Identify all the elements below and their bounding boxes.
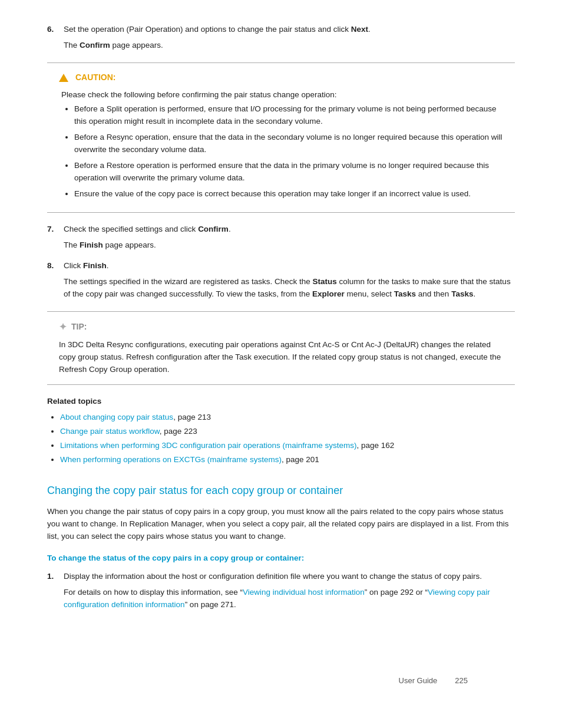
step-7-finish-bold: Finish: [80, 241, 103, 249]
proc-step-1-sub-suffix: ” on page 271.: [185, 600, 236, 609]
related-link-2-rest: , page 223: [160, 427, 197, 436]
related-topics: Related topics About changing copy pair …: [47, 396, 515, 466]
step-8-finish-bold: Finish: [83, 261, 107, 270]
footer-page: 225: [455, 675, 468, 687]
list-item: Before a Restore operation is performed …: [74, 160, 503, 185]
step-7-confirm-bold: Confirm: [198, 225, 229, 233]
caution-intro: Please check the following before confir…: [61, 89, 503, 101]
related-link-2[interactable]: Change pair status workflow: [60, 427, 160, 436]
caution-box: CAUTION: Please check the following befo…: [47, 62, 515, 213]
related-topics-title: Related topics: [47, 396, 515, 408]
step-6-block: 6. Set the operation (Pair Operation) an…: [47, 24, 515, 52]
related-topics-list: About changing copy pair status, page 21…: [47, 411, 515, 466]
page-footer: User Guide 225: [399, 675, 468, 687]
step-7-row: 7. Check the specified settings and clic…: [47, 223, 515, 236]
list-item: About changing copy pair status, page 21…: [60, 411, 515, 424]
step-6-number: 6.: [47, 24, 58, 36]
list-item: Before a Split operation is performed, e…: [74, 103, 503, 128]
step-6-sub: The Confirm page appears.: [64, 39, 515, 52]
list-item: When performing operations on EXCTGs (ma…: [60, 454, 515, 466]
caution-bullet-list: Before a Split operation is performed, e…: [61, 103, 503, 200]
list-item: Ensure the value of the copy pace is cor…: [74, 188, 503, 200]
step-8-mid3: and then: [416, 289, 451, 298]
step-8-tasks-bold1: Tasks: [394, 289, 416, 298]
step-7-block: 7. Check the specified settings and clic…: [47, 223, 515, 252]
step-8-number: 8.: [47, 260, 58, 272]
related-link-1-rest: , page 213: [173, 413, 211, 421]
step-8-text-pre: Click: [64, 261, 83, 270]
proc-step-1-row: 1. Display the information about the hos…: [47, 571, 515, 583]
list-item: Before a Resync operation, ensure that t…: [74, 131, 503, 156]
step-7-text: Check the specified settings and click C…: [64, 223, 515, 236]
step-7-sub-post: page appears.: [103, 241, 156, 249]
step-6-text-pre: Set the operation (Pair Operation) and o…: [64, 25, 351, 34]
step-8-mid2: menu, select: [345, 289, 394, 298]
proc-step-1-link1[interactable]: Viewing individual host information: [243, 588, 365, 597]
step-8-tasks-bold2: Tasks: [451, 289, 473, 298]
step-8-end: .: [473, 289, 475, 298]
step-8-block: 8. Click Finish. The settings specified …: [47, 260, 515, 301]
step-7-number: 7.: [47, 223, 58, 236]
proc-step-1-block: 1. Display the information about the hos…: [47, 571, 515, 611]
tip-body: In 3DC Delta Resync configurations, exec…: [59, 339, 503, 376]
step-8-explorer-bold: Explorer: [312, 289, 345, 298]
caution-title-text: CAUTION:: [75, 71, 115, 84]
step-6-text: Set the operation (Pair Operation) and o…: [64, 24, 515, 36]
related-link-1[interactable]: About changing copy pair status: [60, 413, 173, 421]
proc-step-1-sub: For details on how to display this infor…: [64, 587, 515, 611]
caution-body: Please check the following before confir…: [61, 89, 503, 200]
related-link-4-rest: , page 201: [282, 455, 319, 464]
step-6-sub-post: page appears.: [110, 41, 163, 50]
step-6-sub-pre: The: [64, 41, 80, 50]
step-6-row: 6. Set the operation (Pair Operation) an…: [47, 24, 515, 36]
caution-triangle-icon: [59, 74, 68, 82]
proc-step-1-sub-mid: ” on page 292 or “: [365, 588, 428, 597]
proc-step-1-text: Display the information about the host o…: [64, 571, 515, 583]
step-6-text-post: .: [368, 25, 371, 34]
step-6-next-bold: Next: [351, 25, 368, 34]
step-7-sub: The Finish page appears.: [64, 239, 515, 252]
list-item: Limitations when performing 3DC configur…: [60, 440, 515, 452]
footer-label: User Guide: [399, 675, 438, 687]
tip-title: ✦ TIP:: [59, 320, 503, 335]
tip-box: ✦ TIP: In 3DC Delta Resync configuration…: [47, 311, 515, 386]
tip-title-text: TIP:: [71, 321, 87, 334]
step-8-text-post: .: [107, 261, 109, 270]
step-8-row: 8. Click Finish.: [47, 260, 515, 272]
step-7-text-post: .: [229, 225, 231, 233]
step-8-sub-pre: The settings specified in the wizard are…: [64, 277, 312, 286]
proc-step-1-number: 1.: [47, 571, 58, 583]
sun-icon: ✦: [59, 320, 67, 335]
caution-title: CAUTION:: [59, 71, 503, 84]
list-item: Change pair status workflow, page 223: [60, 426, 515, 438]
page-wrap: 6. Set the operation (Pair Operation) an…: [47, 24, 515, 704]
step-8-status-bold: Status: [312, 277, 336, 286]
step-7-sub-pre: The: [64, 241, 80, 249]
proc-step-1-sub-pre: For details on how to display this infor…: [64, 588, 243, 597]
related-link-3[interactable]: Limitations when performing 3DC configur…: [60, 441, 356, 450]
step-7-text-pre: Check the specified settings and click: [64, 225, 198, 233]
section-heading: Changing the copy pair status for each c…: [47, 484, 515, 498]
related-link-4[interactable]: When performing operations on EXCTGs (ma…: [60, 455, 282, 464]
section-intro: When you change the pair status of copy …: [47, 506, 515, 543]
step-8-text: Click Finish.: [64, 260, 515, 272]
step-8-sub: The settings specified in the wizard are…: [64, 276, 515, 301]
procedure-heading: To change the status of the copy pairs i…: [47, 552, 515, 565]
step-6-confirm-bold: Confirm: [80, 41, 110, 50]
related-link-3-rest: , page 162: [356, 441, 394, 450]
